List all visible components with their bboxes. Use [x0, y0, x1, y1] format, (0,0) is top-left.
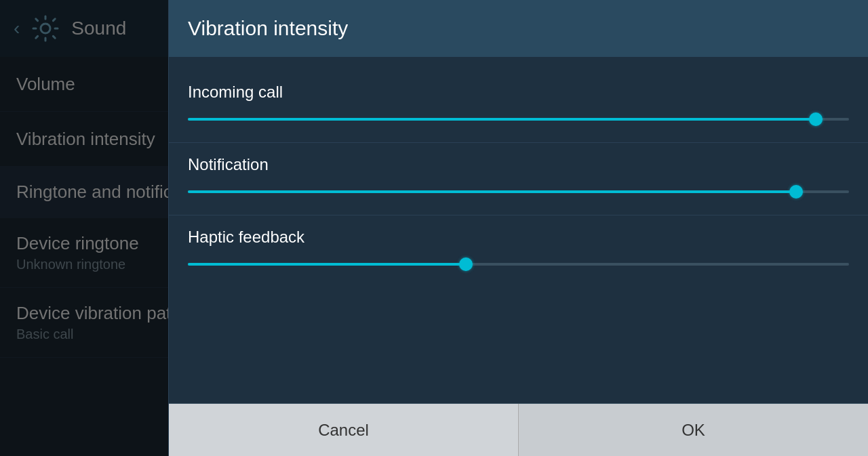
incoming-call-section: Incoming call: [188, 70, 849, 142]
incoming-call-fill: [188, 118, 816, 121]
haptic-feedback-thumb[interactable]: [459, 257, 473, 271]
incoming-call-thumb[interactable]: [809, 112, 823, 126]
haptic-feedback-track: [188, 263, 849, 266]
haptic-feedback-label: Haptic feedback: [188, 228, 849, 247]
dialog-title: Vibration intensity: [188, 17, 348, 40]
incoming-call-track: [188, 118, 849, 121]
haptic-feedback-fill: [188, 263, 466, 266]
notification-label: Notification: [188, 155, 849, 174]
notification-track: [188, 190, 849, 193]
notification-slider-container[interactable]: [188, 185, 849, 199]
ok-button[interactable]: OK: [519, 404, 868, 456]
incoming-call-slider-container[interactable]: [188, 112, 849, 126]
cancel-button[interactable]: Cancel: [169, 404, 519, 456]
notification-thumb[interactable]: [789, 185, 803, 199]
dialog-buttons: Cancel OK: [169, 403, 868, 456]
vibration-intensity-dialog: Vibration intensity Incoming call Notifi…: [168, 0, 868, 456]
haptic-feedback-section: Haptic feedback: [188, 215, 849, 287]
incoming-call-label: Incoming call: [188, 83, 849, 102]
dialog-content: Incoming call Notification Haptic fe: [169, 57, 868, 403]
haptic-feedback-slider-container[interactable]: [188, 257, 849, 271]
notification-section: Notification: [188, 143, 849, 215]
dialog-header: Vibration intensity: [169, 0, 868, 57]
notification-fill: [188, 190, 796, 193]
